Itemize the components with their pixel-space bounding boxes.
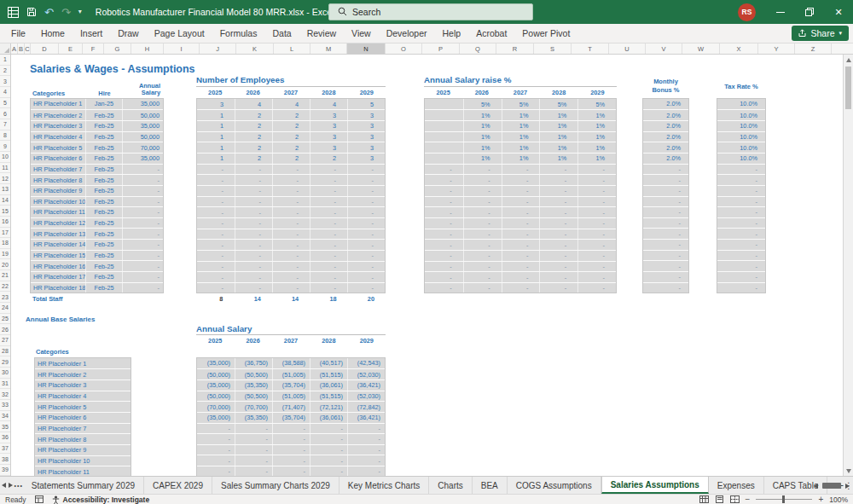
- value-cell[interactable]: 1%: [577, 154, 616, 164]
- value-cell[interactable]: -: [577, 283, 616, 293]
- value-cell[interactable]: 1%: [577, 121, 616, 131]
- value-cell[interactable]: -: [643, 283, 688, 293]
- row-number-9[interactable]: 9: [0, 141, 10, 152]
- column-header-O[interactable]: O: [386, 43, 422, 54]
- value-cell[interactable]: -: [502, 186, 540, 196]
- value-cell[interactable]: -: [310, 262, 347, 272]
- value-cell[interactable]: (50,000): [197, 391, 235, 402]
- staff-cell-salary[interactable]: -: [122, 175, 163, 185]
- sheet-nav-left-icon[interactable]: [0, 477, 7, 494]
- value-cell[interactable]: 1%: [502, 132, 540, 142]
- table-row[interactable]: -----: [197, 261, 385, 272]
- column-header-B[interactable]: B: [18, 43, 25, 54]
- value-cell[interactable]: -: [235, 424, 272, 434]
- value-cell[interactable]: -: [347, 455, 385, 466]
- value-cell[interactable]: -: [347, 240, 385, 250]
- value-cell[interactable]: -: [235, 434, 272, 444]
- row-number-15[interactable]: 15: [0, 206, 10, 217]
- table-row[interactable]: -----: [425, 196, 616, 207]
- table-row[interactable]: (50,000)(50,500)(51,005)(51,515)(52,030): [197, 391, 385, 402]
- row-number-29[interactable]: 29: [0, 356, 10, 368]
- table-row[interactable]: HR Placeholder 13Feb-25-: [31, 228, 163, 239]
- table-row[interactable]: -: [717, 206, 765, 217]
- category-cell[interactable]: HR Placeholder 7: [35, 424, 131, 434]
- table-row[interactable]: -: [717, 271, 765, 282]
- value-cell[interactable]: -: [197, 218, 235, 229]
- ribbon-tab-review[interactable]: Review: [299, 28, 344, 38]
- table-row[interactable]: 10.0%: [717, 109, 765, 120]
- column-header-F[interactable]: F: [83, 43, 104, 54]
- table-row[interactable]: 12233: [197, 142, 385, 153]
- staff-cell-salary[interactable]: -: [122, 165, 163, 175]
- value-cell[interactable]: -: [310, 466, 347, 476]
- value-cell[interactable]: 10.0%: [717, 132, 765, 142]
- table-row[interactable]: -----: [197, 174, 385, 185]
- table-row[interactable]: HR Placeholder 3: [35, 379, 131, 391]
- table-row[interactable]: -: [643, 164, 688, 175]
- value-cell[interactable]: 2.0%: [643, 142, 688, 153]
- macro-record-icon[interactable]: [35, 495, 44, 503]
- category-cell[interactable]: HR Placeholder 3: [35, 380, 131, 391]
- table-row[interactable]: 10.0%: [717, 120, 765, 131]
- value-cell[interactable]: -: [463, 165, 502, 175]
- staff-cell-hire[interactable]: Feb-25: [85, 229, 122, 239]
- category-cell[interactable]: HR Placeholder 11: [35, 466, 131, 476]
- hscroll-left-icon[interactable]: [814, 484, 818, 489]
- value-cell[interactable]: (72,121): [310, 402, 347, 412]
- column-header-P[interactable]: P: [422, 43, 460, 54]
- value-cell[interactable]: -: [717, 165, 765, 175]
- sheet-tab-bea[interactable]: BEA: [473, 477, 508, 494]
- value-cell[interactable]: -: [235, 207, 272, 217]
- value-cell[interactable]: (36,750): [235, 358, 272, 369]
- row-number-22[interactable]: 22: [0, 281, 10, 293]
- value-cell[interactable]: -: [310, 165, 347, 175]
- value-cell[interactable]: -: [347, 207, 385, 217]
- table-row[interactable]: -----: [197, 164, 385, 175]
- category-cell[interactable]: HR Placeholder 10: [35, 456, 131, 466]
- ribbon-tab-acrobat[interactable]: Acrobat: [468, 28, 514, 38]
- staff-cell-hire[interactable]: Feb-25: [85, 165, 122, 175]
- value-cell[interactable]: -: [463, 272, 502, 282]
- table-row[interactable]: -----: [197, 185, 385, 196]
- table-row[interactable]: -----: [197, 455, 385, 466]
- value-cell[interactable]: -: [425, 251, 463, 261]
- table-row[interactable]: -----: [197, 466, 385, 476]
- value-cell[interactable]: 4: [272, 99, 310, 110]
- row-number-38[interactable]: 38: [0, 454, 10, 465]
- table-row[interactable]: -----: [197, 271, 385, 282]
- value-cell[interactable]: -: [347, 175, 385, 185]
- value-cell[interactable]: 3: [347, 110, 385, 120]
- value-cell[interactable]: (51,515): [310, 391, 347, 402]
- row-number-24[interactable]: 24: [0, 303, 10, 314]
- table-row[interactable]: HR Placeholder 5: [35, 401, 131, 412]
- value-cell[interactable]: -: [347, 445, 385, 455]
- staff-cell-category[interactable]: HR Placeholder 18: [31, 283, 85, 293]
- ribbon-tab-developer[interactable]: Developer: [379, 28, 435, 38]
- value-cell[interactable]: 1%: [502, 110, 540, 120]
- column-header-K[interactable]: K: [236, 43, 274, 54]
- column-header-Y[interactable]: Y: [758, 43, 795, 54]
- table-row[interactable]: -----: [197, 217, 385, 229]
- column-header-W[interactable]: W: [682, 43, 720, 54]
- table-row[interactable]: 12223: [197, 153, 385, 164]
- value-cell[interactable]: -: [272, 283, 310, 293]
- value-cell[interactable]: -: [425, 197, 463, 207]
- value-cell[interactable]: 1: [197, 110, 235, 120]
- category-cell[interactable]: HR Placeholder 8: [35, 434, 131, 444]
- staff-cell-salary[interactable]: -: [122, 186, 163, 196]
- value-cell[interactable]: -: [539, 186, 577, 196]
- table-row[interactable]: HR Placeholder 4: [35, 391, 131, 402]
- value-cell[interactable]: -: [310, 186, 347, 196]
- value-cell[interactable]: -: [717, 261, 765, 271]
- value-cell[interactable]: -: [347, 262, 385, 272]
- staff-cell-salary[interactable]: 50,000: [122, 132, 163, 142]
- ribbon-tab-draw[interactable]: Draw: [110, 28, 147, 38]
- value-cell[interactable]: (35,000): [197, 358, 235, 369]
- table-row[interactable]: -----: [425, 174, 616, 185]
- column-header-U[interactable]: U: [609, 43, 646, 54]
- value-cell[interactable]: -: [272, 207, 310, 217]
- staff-cell-hire[interactable]: Feb-25: [85, 240, 122, 250]
- value-cell[interactable]: -: [310, 424, 347, 434]
- table-row[interactable]: (35,000)(36,750)(38,588)(40,517)(42,543): [197, 358, 385, 369]
- staff-cell-salary[interactable]: -: [122, 218, 163, 229]
